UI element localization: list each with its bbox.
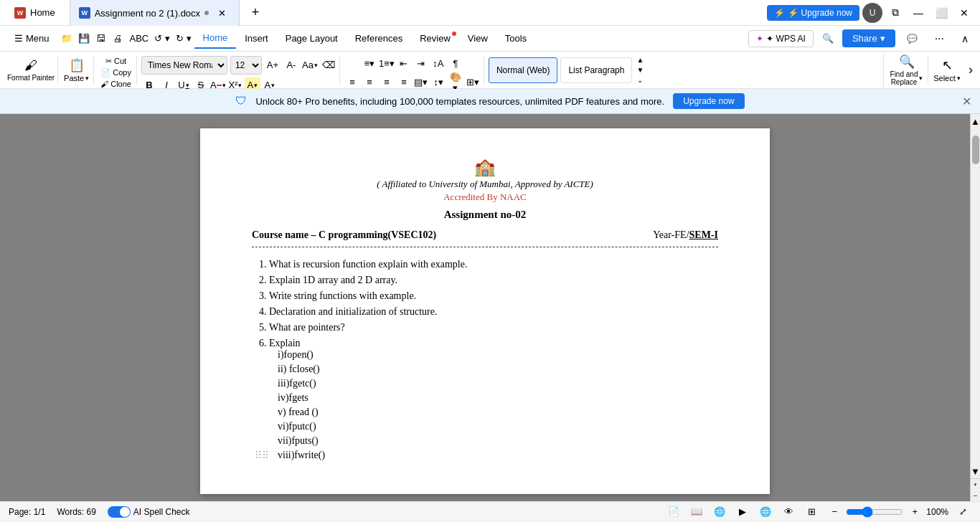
format-painter-label[interactable]: Format Painter [7,74,55,82]
style-scroll-down-button[interactable]: ▼ [635,65,645,75]
window-controls: ⚡ ⚡ Upgrade now U ⧉ — ⬜ ✕ [767,3,974,23]
web-view-button[interactable]: 🌐 [711,502,728,522]
fit-width-button[interactable]: ⤢ [954,502,971,522]
change-case-button[interactable]: Aa▾ [302,57,318,73]
explain-label: Explain [269,338,301,348]
clear-format-button[interactable]: ⌫ [321,57,336,73]
align-right-button[interactable]: ≡ [379,75,395,90]
question-3: Write string functions with example. [269,290,718,302]
drag-handle-icon[interactable]: ⠿⠿ [255,450,269,462]
style-scroll-up-button[interactable]: ▲ [635,55,645,65]
style-normal-label: Normal (Web) [496,65,550,75]
notification-upgrade-button[interactable]: Upgrade now [673,93,744,109]
menu-item-home[interactable]: Home [194,28,237,49]
open-button[interactable]: 📁 [58,29,75,49]
menu-item-view[interactable]: View [459,29,496,48]
undo-button[interactable]: ↺ ▾ [151,29,173,49]
tile-button[interactable]: ⧉ [885,3,905,23]
tab-close-button[interactable]: ✕ [213,3,230,23]
print-button[interactable]: 🖨 [110,29,127,49]
scroll-down-button[interactable]: ▼ [971,464,980,478]
align-center-button[interactable]: ≡ [362,75,377,90]
select-chevron-icon[interactable]: ▾ [957,75,961,82]
paste-dropdown-icon[interactable]: ▾ [85,75,89,82]
increase-indent-button[interactable]: ⇥ [413,56,429,72]
menu-item-insert[interactable]: Insert [236,29,277,48]
save-button[interactable]: 💾 [75,29,93,49]
tab-home[interactable]: W Home [6,4,64,22]
scroll-track[interactable] [971,128,980,464]
zoom-slider[interactable] [846,506,903,518]
align-justify-button[interactable]: ≡ [396,75,412,90]
align-left-button[interactable]: ≡ [344,75,360,90]
sort-button[interactable]: ↕A [430,56,446,72]
style-normal-web[interactable]: Normal (Web) [489,57,557,83]
show-marks-button[interactable]: ¶ [448,56,463,72]
style-expand-button[interactable]: ⌄ [635,75,645,85]
spell-check-toggle[interactable]: AI Spell Check [108,506,190,518]
select-label[interactable]: Select [933,74,956,82]
save-as-button[interactable]: 🖫 [93,29,110,49]
borders-button[interactable]: ⊞▾ [465,75,481,90]
find-replace-chevron-icon[interactable]: ▾ [919,75,923,82]
columns-button[interactable]: ▤▾ [413,75,429,90]
share-button[interactable]: Share ▾ [842,29,895,47]
clone-button[interactable]: 🖌 Clone [98,79,133,89]
close-button[interactable]: ✕ [954,3,974,23]
wps-ai-button[interactable]: ✦ ✦ WPS AI [748,30,814,47]
redo-button[interactable]: ↻ ▾ [173,29,194,49]
spell-button[interactable]: ABC [127,29,152,49]
play-button[interactable]: ▶ [734,502,751,522]
institution-affiliation: ( Affiliated to University of Mumbai, Ap… [252,179,718,190]
tab-document[interactable]: W Assignment no 2 (1).docx ✕ [70,0,240,26]
document-scroll[interactable]: 🏫 ( Affiliated to University of Mumbai, … [0,114,970,501]
minimize-button[interactable]: — [908,3,928,23]
find-replace-group: 🔍 Find andReplace ▾ [885,56,928,85]
menu-item-tools[interactable]: Tools [496,29,535,48]
style-list-label: List Paragraph [568,65,624,75]
collapse-ribbon-button[interactable]: ∧ [956,30,974,47]
numbered-list-button[interactable]: 1≡▾ [379,56,395,72]
menu-item-references[interactable]: References [347,29,411,48]
zoom-in-doc-button[interactable]: + [971,478,980,490]
search-button[interactable]: 🔍 [819,29,837,49]
menu-item-review-label: Review [420,33,451,44]
read-view-button[interactable]: 📖 [688,502,705,522]
paste-label[interactable]: Paste [64,74,84,82]
zoom-out-doc-button[interactable]: – [971,490,980,501]
spell-check-switch[interactable] [108,506,131,518]
globe-button[interactable]: 🌐 [757,502,774,522]
page-view-button[interactable]: 📄 [665,502,682,522]
font-size-increase-button[interactable]: A+ [265,57,281,73]
menu-item-page-layout[interactable]: Page Layout [277,29,347,48]
scroll-up-button[interactable]: ▲ [971,114,980,128]
font-size-select[interactable]: 12 [230,56,262,75]
bullet-list-button[interactable]: ≡▾ [362,56,377,72]
fit-page-button[interactable]: ⊞ [803,502,820,522]
menu-button[interactable]: ☰ Menu [6,29,58,48]
font-name-select[interactable]: Times New Roman [141,56,227,75]
expand-ribbon-button[interactable]: › [966,60,976,80]
cut-button[interactable]: ✂ Cut [103,56,128,67]
maximize-button[interactable]: ⬜ [931,3,951,23]
right-scrollbar[interactable]: ▲ ▼ + – [970,114,980,501]
upgrade-now-button[interactable]: ⚡ ⚡ Upgrade now [767,5,859,21]
find-replace-label[interactable]: Find andReplace [890,70,918,86]
more-options-button[interactable]: ··· [929,29,950,48]
scroll-thumb[interactable] [972,136,979,164]
copy-button[interactable]: 📄 Copy [98,67,133,78]
decrease-indent-button[interactable]: ⇤ [396,56,412,72]
comment-button[interactable]: 💬 [901,31,923,47]
menu-item-review[interactable]: Review [411,29,459,48]
style-list-paragraph[interactable]: List Paragraph [560,57,632,83]
user-avatar[interactable]: U [862,3,882,23]
line-spacing-button[interactable]: ↕▾ [430,75,446,90]
new-tab-button[interactable]: + [245,3,265,23]
eye-button[interactable]: 👁 [780,502,797,522]
shading-button[interactable]: 🎨▾ [448,75,463,90]
font-size-decrease-button[interactable]: A- [283,57,299,73]
course-year-row: Course name – C programming(VSEC102) Yea… [252,229,718,241]
zoom-in-button[interactable]: + [906,502,923,522]
zoom-out-button[interactable]: − [826,502,843,522]
notification-close-button[interactable]: ✕ [962,95,971,108]
